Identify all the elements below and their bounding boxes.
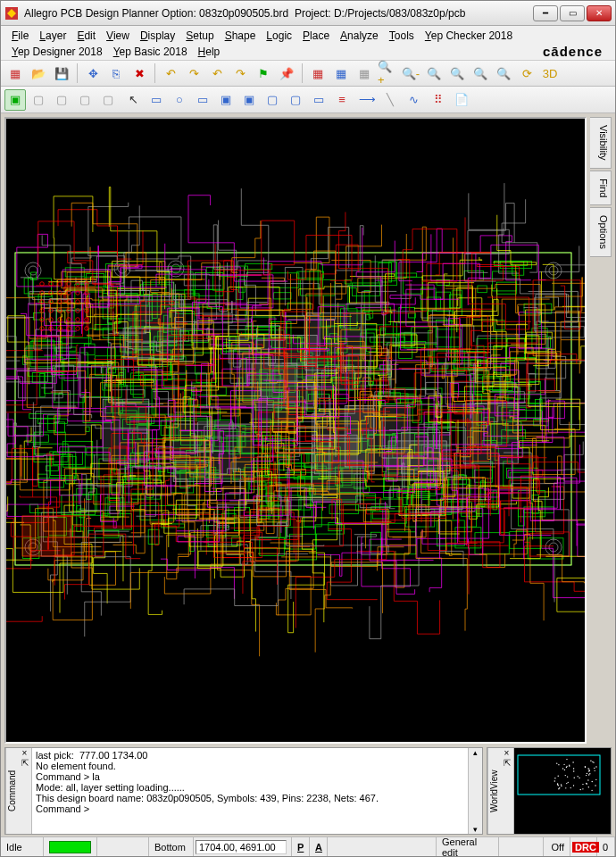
side-tab-visibility[interactable]: Visibility xyxy=(590,117,612,169)
close-button[interactable]: ✕ xyxy=(587,5,612,21)
scroll-down-icon[interactable]: ▾ xyxy=(473,825,478,834)
layer-3-icon[interactable]: ▢ xyxy=(74,89,96,111)
zoomsel-icon[interactable]: 🔍 xyxy=(493,62,514,84)
status-p[interactable]: P xyxy=(292,837,310,856)
svg-point-4141 xyxy=(595,779,596,780)
status-color[interactable] xyxy=(44,837,97,856)
svg-rect-405 xyxy=(62,338,91,344)
svg-point-4146 xyxy=(562,768,563,769)
zoomprev-icon[interactable]: 🔍 xyxy=(470,62,491,84)
layer-4-icon[interactable]: ▢ xyxy=(97,89,119,111)
status-drill[interactable]: Off xyxy=(544,837,570,856)
status-mode[interactable]: General edit xyxy=(437,837,499,856)
command-scrollbar[interactable]: ▴ ▾ xyxy=(468,748,482,834)
menu-yep-basic-2018[interactable]: Yep Basic 2018 xyxy=(108,44,193,60)
layer-1-icon[interactable]: ▢ xyxy=(28,89,49,111)
layers-icon[interactable]: ≡ xyxy=(331,89,353,111)
circle-icon[interactable]: ○ xyxy=(169,89,190,111)
route3-icon[interactable]: ∿ xyxy=(403,89,424,111)
undo-icon[interactable]: ↶ xyxy=(160,62,181,84)
status-coords[interactable] xyxy=(194,837,292,856)
layer-active-icon[interactable]: ▣ xyxy=(4,89,26,111)
menu-edit[interactable]: Edit xyxy=(71,28,101,44)
grid1-icon[interactable]: ▦ xyxy=(307,62,329,84)
pin-icon[interactable]: 📌 xyxy=(276,62,297,84)
shape4-icon[interactable]: ▢ xyxy=(285,89,306,111)
rect-icon[interactable]: ▭ xyxy=(146,89,167,111)
svg-rect-413 xyxy=(208,526,217,547)
shape3-icon[interactable]: ▢ xyxy=(262,89,283,111)
menu-file[interactable]: File xyxy=(6,28,34,44)
close-pane-icon[interactable]: × xyxy=(22,748,28,758)
svg-rect-323 xyxy=(519,509,525,526)
status-a[interactable]: A xyxy=(310,837,328,856)
menu-logic[interactable]: Logic xyxy=(261,28,297,44)
save-icon[interactable]: 💾 xyxy=(51,62,72,84)
svg-point-4138 xyxy=(582,784,583,785)
copy-icon[interactable]: ⎘ xyxy=(105,62,127,84)
svg-rect-248 xyxy=(526,337,551,348)
grid2-icon[interactable]: ▦ xyxy=(330,62,352,84)
3d-icon[interactable]: 3D xyxy=(539,62,561,84)
menu-yep-checker-2018[interactable]: Yep Checker 2018 xyxy=(420,28,518,44)
shape1-icon[interactable]: ▣ xyxy=(215,89,237,111)
menu-shape[interactable]: Shape xyxy=(220,28,262,44)
meas-icon[interactable]: ⠿ xyxy=(428,89,449,111)
side-tab-options[interactable]: Options xyxy=(590,207,612,257)
cursor-icon[interactable]: ↖ xyxy=(122,89,144,111)
pcb-canvas[interactable] xyxy=(6,119,585,742)
menu-setup[interactable]: Setup xyxy=(180,28,219,44)
zoomout-icon[interactable]: 🔍- xyxy=(400,62,421,84)
pin-pane-icon[interactable]: ⇱ xyxy=(21,758,29,768)
layer-2-icon[interactable]: ▢ xyxy=(51,89,72,111)
menu-yep-designer-2018[interactable]: Yep Designer 2018 xyxy=(6,44,108,60)
select-icon[interactable]: ▭ xyxy=(192,89,213,111)
pin-worldview-icon[interactable]: ⇱ xyxy=(504,758,511,768)
undo2-icon[interactable]: ↶ xyxy=(206,62,228,84)
svg-rect-260 xyxy=(524,507,554,513)
report-icon[interactable]: 📄 xyxy=(451,89,472,111)
delete-icon[interactable]: ✖ xyxy=(129,62,150,84)
redo2-icon[interactable]: ↷ xyxy=(229,62,251,84)
menu-analyze[interactable]: Analyze xyxy=(335,28,384,44)
status-layer[interactable]: Bottom xyxy=(149,837,194,856)
move-icon[interactable]: ✥ xyxy=(82,62,104,84)
flag-icon[interactable]: ⚑ xyxy=(253,62,274,84)
svg-point-4139 xyxy=(566,759,567,760)
route1-icon[interactable]: ⟶ xyxy=(356,89,378,111)
status-drc[interactable]: DRC xyxy=(570,837,597,856)
svg-rect-447 xyxy=(131,373,144,395)
command-tools[interactable]: × ⇱ xyxy=(18,748,32,834)
side-tab-find[interactable]: Find xyxy=(590,171,612,205)
shape2-icon[interactable]: ▣ xyxy=(238,89,260,111)
minimize-button[interactable]: ━ xyxy=(533,5,558,21)
coords-input[interactable] xyxy=(196,840,287,854)
menu-display[interactable]: Display xyxy=(135,28,180,44)
menu-layer[interactable]: Layer xyxy=(34,28,71,44)
grid3-icon[interactable]: ▦ xyxy=(354,62,375,84)
scroll-up-icon[interactable]: ▴ xyxy=(473,748,478,757)
zoomfit-icon[interactable]: 🔍 xyxy=(423,62,445,84)
command-text[interactable]: last pick: 777.00 1734.00 No element fou… xyxy=(32,748,468,834)
svg-rect-252 xyxy=(366,315,370,320)
menu-help[interactable]: Help xyxy=(193,44,226,60)
menu-place[interactable]: Place xyxy=(297,28,335,44)
zoomctr-icon[interactable]: 🔍 xyxy=(446,62,468,84)
close-worldview-icon[interactable]: × xyxy=(504,748,510,758)
svg-rect-295 xyxy=(77,505,81,531)
worldview-tools[interactable]: × ⇱ xyxy=(500,748,514,834)
redo-icon[interactable]: ↷ xyxy=(183,62,204,84)
worldview-canvas[interactable] xyxy=(514,748,611,834)
shape5-icon[interactable]: ▭ xyxy=(308,89,329,111)
open-icon[interactable]: 📂 xyxy=(28,62,49,84)
refresh-icon[interactable]: ⟳ xyxy=(516,62,537,84)
svg-point-4134 xyxy=(569,765,570,766)
maximize-button[interactable]: ▭ xyxy=(560,5,585,21)
new-icon[interactable]: ▦ xyxy=(4,62,26,84)
svg-point-4136 xyxy=(565,775,566,776)
svg-point-4159 xyxy=(563,764,564,765)
menu-view[interactable]: View xyxy=(101,28,135,44)
zoomin-icon[interactable]: 🔍+ xyxy=(377,62,398,84)
route2-icon[interactable]: ╲ xyxy=(379,89,401,111)
menu-tools[interactable]: Tools xyxy=(384,28,420,44)
